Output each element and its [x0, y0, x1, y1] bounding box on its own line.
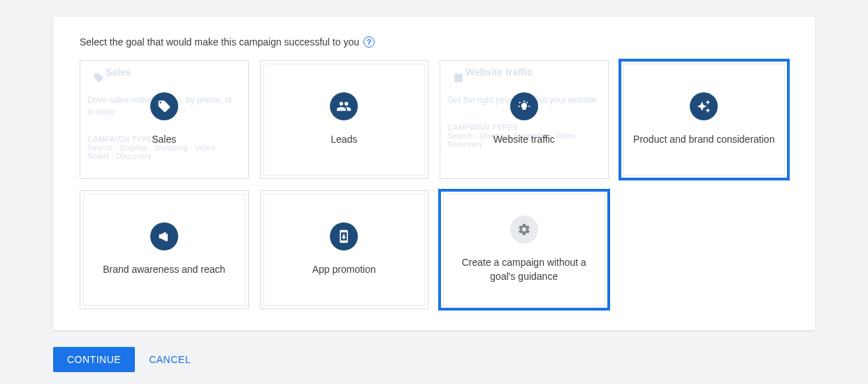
goal-card-leads[interactable]: Leads: [260, 60, 429, 179]
instruction-row: Select the goal that would make this cam…: [80, 36, 788, 48]
goal-label-leads: Leads: [331, 133, 357, 147]
goal-card-brand-awareness[interactable]: Brand awareness and reach: [80, 190, 249, 309]
click-icon: [510, 92, 538, 120]
help-icon[interactable]: ?: [363, 36, 375, 48]
goal-card-product-brand[interactable]: Product and brand consideration: [620, 60, 789, 179]
goal-label-product-brand: Product and brand consideration: [633, 133, 774, 147]
goal-label-sales: Sales: [152, 133, 176, 147]
megaphone-icon: [150, 222, 178, 250]
goal-label-no-goal: Create a campaign without a goal's guida…: [452, 256, 596, 283]
goal-card-no-goal[interactable]: Create a campaign without a goal's guida…: [440, 190, 609, 309]
gear-icon: [510, 215, 538, 243]
instruction-text: Select the goal that would make this cam…: [80, 36, 359, 48]
tag-icon: [150, 92, 178, 120]
goal-label-brand-awareness: Brand awareness and reach: [103, 263, 225, 277]
sparkle-icon: [690, 92, 718, 120]
goals-grid: Sales Drive sales online, in app, by pho…: [80, 60, 788, 309]
phone-download-icon: [330, 222, 358, 250]
goal-card-website-traffic[interactable]: Website traffic Get the right people to …: [440, 60, 609, 179]
people-icon: [330, 92, 358, 120]
cancel-button[interactable]: CANCEL: [149, 354, 191, 365]
continue-button[interactable]: CONTINUE: [53, 347, 135, 372]
goal-card-app-promotion[interactable]: App promotion: [260, 190, 429, 309]
goal-card-sales[interactable]: Sales Drive sales online, in app, by pho…: [80, 60, 249, 179]
goal-label-app-promotion: App promotion: [312, 263, 376, 277]
goal-label-website-traffic: Website traffic: [493, 133, 555, 147]
action-button-row: CONTINUE CANCEL: [53, 347, 815, 372]
goal-selection-card: Select the goal that would make this cam…: [53, 17, 815, 330]
